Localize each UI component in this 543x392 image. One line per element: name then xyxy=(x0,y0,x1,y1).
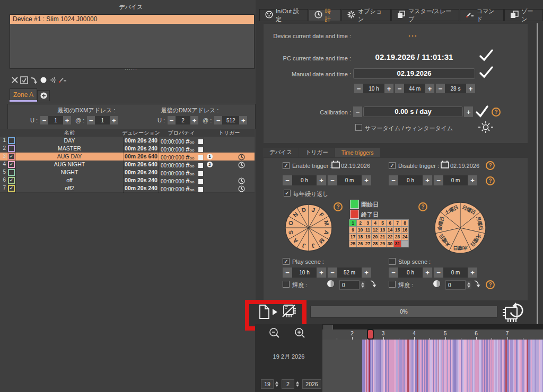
trigger-tab-0[interactable]: デバイス xyxy=(263,148,299,157)
spinner-value[interactable]: 52 m xyxy=(337,268,362,278)
calendar-day-4[interactable]: 4 xyxy=(371,219,379,227)
plus-button[interactable]: + xyxy=(423,268,432,278)
minus-button[interactable]: − xyxy=(168,116,176,124)
calendar-day-18[interactable]: 18 xyxy=(356,233,364,240)
zoom-out-icon[interactable] xyxy=(268,327,282,343)
stop-dimmer-arrows[interactable] xyxy=(466,281,471,289)
plus-button[interactable]: + xyxy=(317,175,326,185)
calendar-day-27[interactable]: 27 xyxy=(364,240,372,247)
calendar-day-28[interactable]: 28 xyxy=(371,240,379,247)
repeat-yearly-checkbox[interactable]: ✓ xyxy=(284,190,291,197)
plus-button[interactable]: + xyxy=(63,116,71,124)
calendar-day-19[interactable]: 19 xyxy=(364,233,372,240)
color-swatch[interactable] xyxy=(198,163,203,168)
row-checkbox[interactable]: ✓ xyxy=(8,185,15,192)
weekday-wheel-help-icon[interactable]: ? xyxy=(418,202,427,211)
spinner-value[interactable]: 10 h xyxy=(363,84,384,93)
table-row[interactable]: 7✓off200m 20s 24000:00:000 #oo xyxy=(0,184,255,193)
color-swatch[interactable] xyxy=(198,155,203,160)
calendar-day-14[interactable]: 14 xyxy=(386,226,394,234)
row-checkbox[interactable] xyxy=(8,137,15,144)
trigger-help-icon[interactable]: ? xyxy=(486,161,495,170)
calendar-day-15[interactable]: 15 xyxy=(393,226,401,234)
calendar-day-12[interactable]: 12 xyxy=(371,226,379,234)
calendar-day-13[interactable]: 13 xyxy=(379,226,387,234)
spinner-value[interactable]: 2 xyxy=(176,116,190,124)
spinner-value[interactable]: 1 xyxy=(95,116,110,124)
calendar-day-20[interactable]: 20 xyxy=(371,233,379,240)
disable-trigger-checkbox[interactable]: ✓ xyxy=(389,162,396,169)
table-row[interactable]: 2MASTER00m 20s 24000:00:000 #oo xyxy=(0,145,255,153)
calendar-day-1[interactable]: 1 xyxy=(349,219,357,227)
restore-memory-icon[interactable] xyxy=(502,302,526,327)
calendar-day-31[interactable]: 31 xyxy=(393,240,401,247)
record-circle-icon[interactable] xyxy=(40,76,48,85)
play-dimmer-checkbox[interactable] xyxy=(283,281,290,288)
device-list-item[interactable]: Device #1 : Slim 1024 J00000 xyxy=(10,15,254,24)
apply-pc-time-check-icon[interactable] xyxy=(479,49,494,64)
tab-2[interactable]: オプション xyxy=(341,9,391,21)
enable-trigger-checkbox[interactable]: ✓ xyxy=(283,162,290,169)
spinner-value[interactable]: 44 m xyxy=(404,84,425,93)
apply-manual-time-check-icon[interactable] xyxy=(479,66,494,81)
apply-calibration-check-icon[interactable] xyxy=(475,105,489,120)
calendar-day-6[interactable]: 6 xyxy=(386,219,394,227)
write-memory-icon[interactable] xyxy=(282,304,297,322)
tab-4[interactable]: コマンド xyxy=(460,9,504,21)
table-row[interactable]: 3✓AUG DAY00m 20s 64000:00:000 #oo1 xyxy=(0,153,255,161)
minus-button[interactable]: − xyxy=(354,84,363,93)
trigger-tab-1[interactable]: トリガー xyxy=(299,148,335,157)
stop-dimmer-value[interactable]: 0 xyxy=(445,280,466,290)
plus-button[interactable]: + xyxy=(362,175,371,185)
calendar-day-8[interactable]: 8 xyxy=(401,219,409,227)
calendar-day-24[interactable]: 24 xyxy=(401,233,409,240)
spinner-value[interactable]: 512 xyxy=(222,116,239,124)
color-swatch[interactable] xyxy=(198,147,203,152)
plus-button[interactable]: + xyxy=(423,175,432,185)
plus-button[interactable]: + xyxy=(317,268,326,278)
plus-button[interactable]: + xyxy=(468,175,477,185)
calendar-day-21[interactable]: 21 xyxy=(379,233,387,240)
disable-trigger-date[interactable]: 02.19.2026 xyxy=(450,163,479,169)
zoom-in-icon[interactable] xyxy=(293,327,307,343)
minus-button[interactable]: − xyxy=(389,175,398,185)
plus-button[interactable]: + xyxy=(190,116,198,124)
calendar-day-23[interactable]: 23 xyxy=(393,233,401,240)
spinner-value[interactable]: 0 h xyxy=(398,268,423,278)
calibration-plus-button[interactable]: + xyxy=(464,106,473,117)
calibration-value[interactable]: 0.00 s / day xyxy=(363,106,463,117)
spinner-value[interactable]: 0 h xyxy=(398,175,423,185)
enable-calendar-icon[interactable] xyxy=(331,161,340,171)
calendar-day-9[interactable]: 9 xyxy=(349,226,357,234)
playhead-marker[interactable] xyxy=(367,329,374,340)
tab-0[interactable]: In/Out 設定 xyxy=(259,9,308,21)
sun-icon[interactable] xyxy=(477,120,494,137)
tab-1[interactable]: 時計 xyxy=(309,9,341,21)
row-checkbox[interactable] xyxy=(8,145,15,152)
manual-date-input[interactable]: 02.19.2026 xyxy=(353,68,475,79)
minus-button[interactable]: − xyxy=(389,268,398,278)
minus-button[interactable]: − xyxy=(434,175,443,185)
plus-button[interactable]: + xyxy=(239,116,247,124)
table-row[interactable]: 1DAY00m 20s 24000:00:000 #oo xyxy=(0,137,255,145)
minus-button[interactable]: − xyxy=(395,84,404,93)
stop-dimmer-checkbox[interactable] xyxy=(389,281,396,288)
minus-button[interactable]: − xyxy=(328,175,337,185)
checkbox-icon[interactable] xyxy=(20,76,29,85)
spinner-value[interactable]: 0 m xyxy=(337,175,362,185)
table-row[interactable]: 5NIGHT00m 20s 24000:00:000 #oo xyxy=(0,168,255,177)
date-spinner-value[interactable]: 2 xyxy=(282,379,294,389)
minus-button[interactable]: − xyxy=(87,116,95,124)
calendar-day-11[interactable]: 11 xyxy=(364,226,372,234)
month-wheel-help-icon[interactable]: ? xyxy=(334,202,343,211)
calendar-day-22[interactable]: 22 xyxy=(386,233,394,240)
calendar-day-25[interactable]: 25 xyxy=(349,240,357,247)
minus-button[interactable]: − xyxy=(214,116,222,124)
minus-button[interactable]: − xyxy=(40,116,48,124)
row-checkbox[interactable]: ✓ xyxy=(8,161,15,168)
play-scene-checkbox[interactable]: ✓ xyxy=(283,258,290,265)
calendar-day-10[interactable]: 10 xyxy=(356,226,364,234)
new-document-icon[interactable] xyxy=(258,304,270,322)
tab-3[interactable]: マスター/スレーブ xyxy=(391,9,459,21)
tab-zone-a[interactable]: Zone A xyxy=(10,88,37,101)
